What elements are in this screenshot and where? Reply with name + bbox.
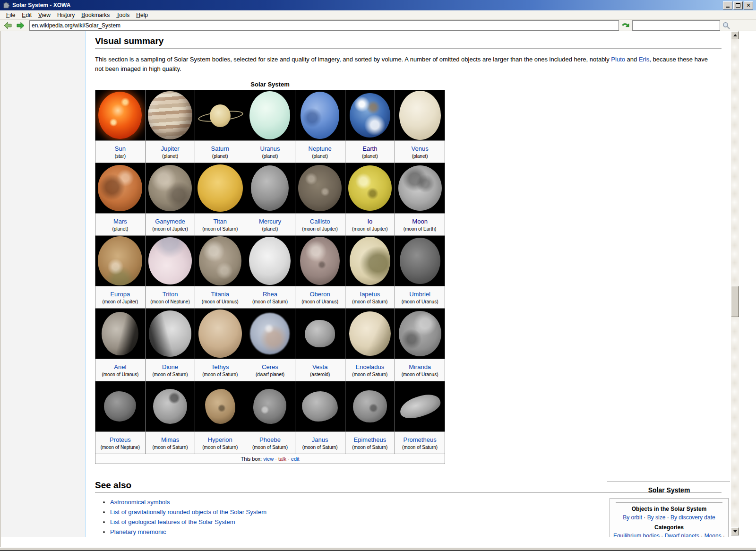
miranda-link[interactable]: Miranda (395, 363, 445, 370)
close-button[interactable]: ✕ (744, 1, 753, 9)
rhea-photo[interactable] (249, 237, 291, 285)
see-also-link[interactable]: List of geological features of the Solar… (110, 518, 235, 525)
scroll-down-button[interactable] (731, 527, 739, 535)
sun-photo[interactable] (98, 92, 142, 139)
earth-photo[interactable] (350, 93, 390, 138)
phoebe-link[interactable]: Phoebe (245, 436, 295, 443)
mimas-image-cell[interactable] (145, 381, 195, 432)
iapetus-image-cell[interactable] (345, 236, 395, 286)
callisto-photo[interactable] (298, 165, 342, 211)
scrollbar-thumb[interactable] (731, 286, 739, 317)
neptune-photo[interactable] (301, 92, 339, 139)
ceres-photo[interactable] (250, 313, 290, 354)
maximize-button[interactable] (733, 1, 743, 9)
vesta-image-cell[interactable] (295, 309, 345, 359)
uranus-link[interactable]: Uranus (245, 145, 295, 152)
moon-image-cell[interactable] (395, 163, 445, 214)
menu-edit[interactable]: Edit (18, 11, 35, 19)
enceladus-link[interactable]: Enceladus (345, 363, 395, 370)
janus-link[interactable]: Janus (295, 436, 345, 443)
box-view-link[interactable]: view (263, 456, 274, 462)
janus-image-cell[interactable] (295, 381, 345, 432)
iapetus-link[interactable]: Iapetus (345, 291, 395, 298)
dione-photo[interactable] (149, 310, 191, 357)
callisto-image-cell[interactable] (295, 163, 345, 214)
titania-photo[interactable] (199, 236, 241, 285)
mars-photo[interactable] (98, 165, 142, 211)
tethys-photo[interactable] (198, 310, 242, 358)
forward-button[interactable] (16, 21, 25, 30)
hyperion-link[interactable]: Hyperion (195, 436, 245, 443)
io-photo[interactable] (348, 165, 392, 211)
europa-link[interactable]: Europa (95, 291, 145, 298)
earth-link[interactable]: Earth (345, 145, 395, 152)
ganymede-photo[interactable] (148, 165, 192, 211)
navbox-link[interactable]: By discovery date (670, 514, 715, 521)
io-image-cell[interactable] (345, 163, 395, 214)
janus-photo[interactable] (302, 391, 338, 422)
jupiter-link[interactable]: Jupiter (146, 145, 195, 152)
callisto-link[interactable]: Callisto (295, 218, 345, 225)
search-input[interactable] (632, 20, 720, 31)
vesta-photo[interactable] (305, 320, 335, 347)
europa-image-cell[interactable] (95, 236, 146, 286)
navbox-link[interactable]: Dwarf planets (665, 533, 699, 537)
titan-link[interactable]: Titan (195, 218, 245, 225)
saturn-link[interactable]: Saturn (195, 145, 245, 152)
mars-link[interactable]: Mars (95, 218, 145, 225)
venus-image-cell[interactable] (395, 90, 445, 141)
mercury-link[interactable]: Mercury (245, 218, 295, 225)
go-button[interactable] (620, 21, 631, 30)
oberon-image-cell[interactable] (295, 236, 345, 286)
saturn-photo[interactable] (197, 94, 244, 137)
enceladus-photo[interactable] (349, 311, 391, 356)
ariel-image-cell[interactable] (95, 309, 146, 359)
ganymede-image-cell[interactable] (145, 163, 195, 214)
scroll-up-button[interactable] (731, 31, 739, 39)
phoebe-photo[interactable] (253, 389, 286, 424)
hyperion-photo[interactable] (205, 389, 235, 424)
neptune-image-cell[interactable] (295, 90, 345, 141)
enceladus-image-cell[interactable] (345, 309, 395, 359)
ganymede-link[interactable]: Ganymede (146, 218, 195, 225)
navbox-link[interactable]: Equilibrium bodies (613, 533, 660, 537)
mercury-photo[interactable] (251, 165, 289, 211)
box-talk-link[interactable]: talk (278, 456, 286, 462)
vesta-link[interactable]: Vesta (295, 363, 345, 370)
ariel-link[interactable]: Ariel (95, 363, 145, 370)
eris-link[interactable]: Eris (639, 56, 649, 63)
menu-file[interactable]: File (3, 11, 18, 19)
epimetheus-image-cell[interactable] (345, 381, 395, 432)
mars-image-cell[interactable] (95, 163, 146, 214)
menu-history[interactable]: History (54, 11, 78, 19)
epimetheus-link[interactable]: Epimetheus (345, 436, 395, 443)
titania-image-cell[interactable] (195, 236, 245, 286)
io-link[interactable]: Io (345, 218, 395, 225)
dione-link[interactable]: Dione (146, 363, 195, 370)
moon-link[interactable]: Moon (395, 218, 445, 225)
iapetus-photo[interactable] (350, 237, 390, 285)
dione-image-cell[interactable] (145, 309, 195, 359)
see-also-link[interactable]: Planetary mnemonic (110, 528, 166, 535)
mimas-photo[interactable] (153, 389, 187, 424)
navbox-link[interactable]: By size (647, 514, 666, 521)
hyperion-image-cell[interactable] (195, 381, 245, 432)
ariel-photo[interactable] (102, 312, 138, 355)
vertical-scrollbar[interactable] (731, 31, 739, 535)
prometheus-photo[interactable] (397, 390, 443, 422)
url-input[interactable] (29, 20, 619, 31)
epimetheus-photo[interactable] (353, 390, 387, 422)
titan-photo[interactable] (198, 164, 243, 212)
menu-tools[interactable]: Tools (113, 11, 133, 19)
proteus-link[interactable]: Proteus (95, 436, 145, 443)
oberon-link[interactable]: Oberon (295, 291, 345, 298)
sun-link[interactable]: Sun (95, 145, 145, 152)
europa-photo[interactable] (98, 236, 142, 285)
saturn-image-cell[interactable] (195, 90, 245, 141)
menu-view[interactable]: View (35, 11, 54, 19)
umbriel-link[interactable]: Umbriel (395, 291, 445, 298)
neptune-link[interactable]: Neptune (295, 145, 345, 152)
tethys-link[interactable]: Tethys (195, 363, 245, 370)
prometheus-link[interactable]: Prometheus (395, 436, 445, 443)
jupiter-image-cell[interactable] (145, 90, 195, 141)
